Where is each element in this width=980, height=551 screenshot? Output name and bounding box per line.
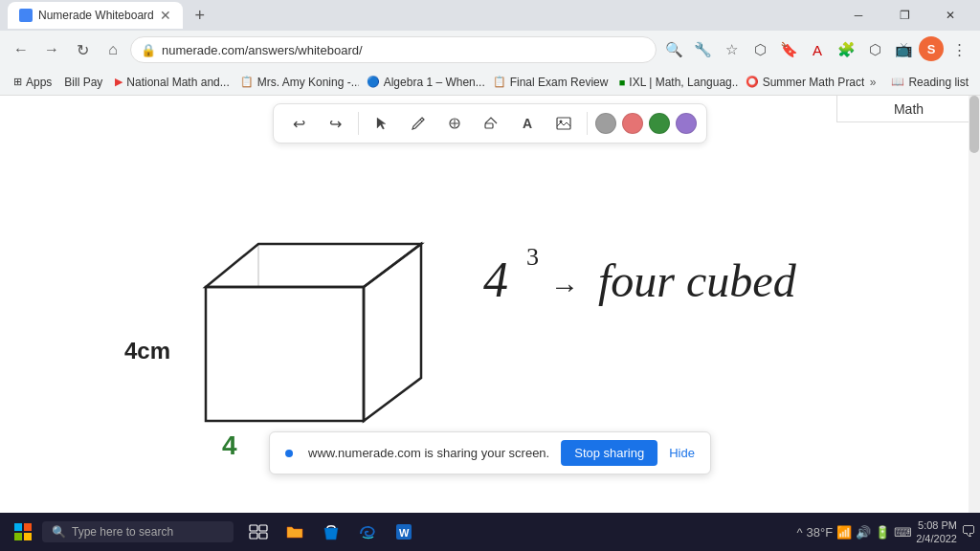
favorites-icon[interactable]: ☆ xyxy=(718,36,745,63)
bookmark-amy-koning[interactable]: 📋 Mrs. Amy Koning -... xyxy=(234,74,359,91)
bookmark-apps-label: Apps xyxy=(26,76,52,89)
bookmarks-apps[interactable]: ⊞ Apps xyxy=(8,74,56,91)
forward-button[interactable]: → xyxy=(38,36,65,63)
bookmark-summer-math[interactable]: ⭕ Summer Math Pract... xyxy=(740,74,864,91)
close-button[interactable]: ✕ xyxy=(928,0,972,31)
eraser-tool-button[interactable] xyxy=(476,108,506,139)
extension1-icon[interactable]: 🧩 xyxy=(833,36,859,63)
svg-text:4cm: 4cm xyxy=(124,338,170,364)
store-button[interactable] xyxy=(314,515,348,549)
svg-rect-20 xyxy=(259,533,267,539)
bookmark-icon[interactable]: 🔖 xyxy=(775,36,802,63)
bookmark-algebra[interactable]: 🔵 Algebra 1 – When... xyxy=(361,74,485,91)
bookmark-national-math-label: National Math and... xyxy=(126,76,229,89)
battery-icon[interactable]: 🔋 xyxy=(875,525,890,540)
keyboard-icon[interactable]: ⌨ xyxy=(894,525,912,540)
nav-icons: 🔍 🔧 ☆ ⬡ 🔖 A 🧩 ⬡ 📺 S ⋮ xyxy=(660,36,972,63)
maximize-button[interactable]: ❐ xyxy=(882,0,926,31)
bookmark-readinglist-label: Reading list xyxy=(908,76,969,89)
window-controls: ─ ❐ ✕ xyxy=(836,0,972,31)
bookmark-ixl-label: IXL | Math, Languag... xyxy=(629,76,737,89)
edge-icon[interactable]: ⬡ xyxy=(746,36,773,63)
scrollbar-thumb[interactable] xyxy=(969,96,979,153)
text-tool-button[interactable]: A xyxy=(512,108,543,139)
tab-title: Numerade Whiteboard xyxy=(38,9,154,22)
hide-button[interactable]: Hide xyxy=(669,446,695,460)
svg-rect-4 xyxy=(557,118,570,129)
svg-rect-18 xyxy=(259,525,267,531)
new-tab-button[interactable]: + xyxy=(187,2,213,29)
sound-icon[interactable]: 🔊 xyxy=(856,525,871,540)
color-pink[interactable] xyxy=(622,113,643,134)
color-gray[interactable] xyxy=(595,113,616,134)
notification-icon[interactable]: 🗨 xyxy=(961,523,976,540)
stop-sharing-button[interactable]: Stop sharing xyxy=(561,440,657,466)
bookmark-reading-list[interactable]: 📖 Reading list xyxy=(885,74,972,91)
whiteboard-toolbar: ↩ ↪ xyxy=(273,103,707,143)
url-text: numerade.com/answers/whiteboard/ xyxy=(162,43,646,57)
svg-rect-13 xyxy=(14,523,22,531)
color-purple[interactable] xyxy=(676,113,697,134)
pen-tool-button[interactable] xyxy=(403,108,434,139)
bookmark-algebra-label: Algebra 1 – When... xyxy=(384,76,485,89)
taskbar-apps: W xyxy=(241,515,421,549)
active-tab[interactable]: Numerade Whiteboard ✕ xyxy=(8,2,183,29)
svg-text:4: 4 xyxy=(222,430,237,460)
bookmark-finalexam-label: Final Exam Review -... xyxy=(510,76,612,89)
network-icon[interactable]: 📶 xyxy=(836,525,852,540)
title-bar: Numerade Whiteboard ✕ + ─ ❐ ✕ xyxy=(0,0,980,31)
acrobat-icon[interactable]: A xyxy=(804,36,831,63)
svg-rect-19 xyxy=(250,533,257,539)
toolbar-separator-2 xyxy=(587,112,588,135)
search-icon-btn[interactable]: 🔍 xyxy=(660,36,687,63)
lock-icon: 🔒 xyxy=(141,43,156,57)
tab-close-button[interactable]: ✕ xyxy=(160,8,171,23)
svg-rect-16 xyxy=(24,533,32,540)
start-button[interactable] xyxy=(4,515,42,549)
taskview-button[interactable] xyxy=(241,515,276,549)
shapes-tool-button[interactable] xyxy=(439,108,470,139)
svg-rect-15 xyxy=(14,533,22,540)
taskbar-search-text: Type here to search xyxy=(72,525,173,539)
bookmark-ixl[interactable]: ■ IXL | Math, Languag... xyxy=(613,74,738,91)
image-tool-button[interactable] xyxy=(548,108,579,139)
bookmark-billpay[interactable]: Bill Pay xyxy=(58,74,107,91)
taskbar-clock[interactable]: 5:08 PM 2/4/2022 xyxy=(916,518,957,546)
svg-text:→: → xyxy=(550,271,579,302)
bookmark-summermath-label: Summer Math Pract... xyxy=(763,76,864,89)
tab-area: Numerade Whiteboard ✕ + xyxy=(8,2,829,29)
taskbar-time: 5:08 PM xyxy=(916,518,957,532)
minimize-button[interactable]: ─ xyxy=(836,0,880,31)
bookmarks-bar: ⊞ Apps Bill Pay ▶ National Math and... 📋… xyxy=(0,69,980,96)
refresh-button[interactable]: ↻ xyxy=(69,36,96,63)
profile-avatar[interactable]: S xyxy=(919,36,944,61)
bookmark-national-math[interactable]: ▶ National Math and... xyxy=(109,74,232,91)
extensions-icon[interactable]: 🔧 xyxy=(689,36,716,63)
color-green[interactable] xyxy=(649,113,670,134)
svg-text:3: 3 xyxy=(526,243,539,271)
taskbar-system-icons: ^ 38°F 📶 🔊 🔋 ⌨ xyxy=(796,525,912,540)
taskbar-search[interactable]: 🔍 Type here to search xyxy=(42,521,234,542)
file-explorer-button[interactable] xyxy=(278,515,312,549)
back-button[interactable]: ← xyxy=(8,36,34,63)
bookmarks-more[interactable]: » xyxy=(866,74,880,91)
home-button[interactable]: ⌂ xyxy=(100,36,126,63)
toolbar-separator-1 xyxy=(358,112,359,135)
select-tool-button[interactable] xyxy=(367,108,397,139)
word-button[interactable]: W xyxy=(387,515,421,549)
extension2-icon[interactable]: ⬡ xyxy=(861,36,888,63)
bookmark-final-exam[interactable]: 📋 Final Exam Review -... xyxy=(487,74,612,91)
temp-icon: 38°F xyxy=(807,525,834,540)
share-indicator-dot xyxy=(285,450,293,457)
address-bar[interactable]: 🔒 numerade.com/answers/whiteboard/ xyxy=(130,36,657,63)
scrollbar-right[interactable] xyxy=(969,96,980,513)
tab-favicon xyxy=(19,9,33,22)
svg-text:4: 4 xyxy=(483,253,508,307)
share-banner: www.numerade.com is sharing your screen.… xyxy=(269,431,711,474)
edge-taskbar-button[interactable] xyxy=(350,515,385,549)
chevron-icon[interactable]: ^ xyxy=(796,525,802,540)
undo-button[interactable]: ↩ xyxy=(283,108,314,139)
cast-icon[interactable]: 📺 xyxy=(890,36,917,63)
menu-button[interactable]: ⋮ xyxy=(946,36,972,63)
redo-button[interactable]: ↪ xyxy=(320,108,350,139)
